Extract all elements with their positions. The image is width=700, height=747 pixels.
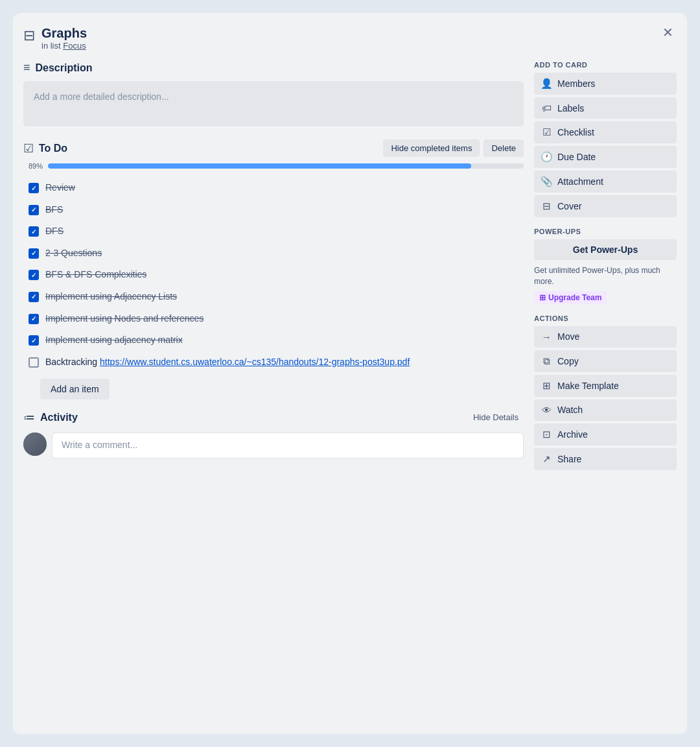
checklist-item: 2-3 Questions: [23, 243, 524, 264]
activity-icon: ≔: [23, 410, 35, 425]
due-date-button[interactable]: 🕐 Due Date: [534, 146, 677, 168]
checklist-item: BFS: [23, 200, 524, 220]
share-button[interactable]: ↗ Share: [534, 448, 677, 470]
cover-icon: ⊟: [541, 200, 552, 212]
progress-bar-bg: [48, 163, 524, 169]
cover-button[interactable]: ⊟ Cover: [534, 195, 677, 217]
attachment-button[interactable]: 📎 Attachment: [534, 171, 677, 193]
checkbox-6[interactable]: [29, 292, 39, 302]
get-power-ups-button[interactable]: Get Power-Ups: [534, 239, 677, 260]
checklist-item: Implement using adjacency matrix: [23, 330, 524, 351]
card-modal: ✕ ⊟ Graphs in list Focus ≡ Description A…: [13, 13, 687, 734]
card-icon: ⊟: [23, 27, 35, 44]
hide-details-button[interactable]: Hide Details: [468, 410, 524, 425]
due-date-icon: 🕐: [541, 151, 552, 163]
checkbox-5[interactable]: [29, 270, 39, 280]
hide-completed-button[interactable]: Hide completed items: [383, 139, 480, 157]
avatar: [23, 433, 47, 456]
checklist-title: To Do: [39, 143, 67, 154]
item-label-8: Implement using adjacency matrix: [45, 334, 183, 347]
description-box[interactable]: Add a more detailed description...: [23, 81, 524, 126]
members-button[interactable]: 👤 Members: [534, 73, 677, 95]
activity-header: ≔ Activity Hide Details: [23, 410, 524, 425]
progress-bar-container: 89%: [23, 162, 524, 170]
due-date-label: Due Date: [557, 152, 596, 162]
item-label-3: DFS: [45, 225, 64, 238]
checklist-button[interactable]: ☑ Checklist: [534, 121, 677, 143]
move-icon: →: [541, 331, 552, 342]
power-ups-desc: Get unlimited Power-Ups, plus much more.: [534, 265, 677, 287]
watch-label: Watch: [557, 405, 583, 415]
add-item-button[interactable]: Add an item: [40, 379, 110, 399]
description-header: ≡ Description: [23, 61, 524, 75]
members-label: Members: [557, 78, 595, 89]
upgrade-badge[interactable]: ⊞ Upgrade Team: [534, 291, 607, 304]
item-label-2: BFS: [45, 204, 63, 217]
labels-button[interactable]: 🏷 Labels: [534, 97, 677, 119]
power-ups-label: POWER-UPS: [534, 228, 677, 235]
checkbox-1[interactable]: [29, 183, 39, 193]
description-title: Description: [36, 62, 93, 74]
watch-button[interactable]: 👁 Watch: [534, 399, 677, 421]
archive-button[interactable]: ⊡ Archive: [534, 423, 677, 445]
backtracking-link[interactable]: https://www.student.cs.uwaterloo.ca/~cs1…: [100, 357, 410, 367]
attachment-label: Attachment: [557, 176, 603, 187]
checklist-btn-label: Checklist: [557, 127, 594, 137]
checkbox-9[interactable]: [29, 357, 39, 368]
checklist-item: Implement using Adjacency Lists: [23, 287, 524, 307]
checkbox-8[interactable]: [29, 335, 39, 346]
checklist-section: ☑ To Do Hide completed items Delete 89%: [23, 139, 524, 399]
checkbox-3[interactable]: [29, 226, 39, 237]
close-button[interactable]: ✕: [657, 22, 678, 43]
cover-label: Cover: [557, 201, 581, 211]
upgrade-icon: ⊞: [539, 293, 546, 302]
make-template-button[interactable]: ⊞ Make Template: [534, 375, 677, 397]
checklist-items: Review BFS DFS 2-3 Questions: [23, 178, 524, 372]
checklist-btn-icon: ☑: [541, 126, 552, 138]
delete-checklist-button[interactable]: Delete: [484, 139, 524, 157]
checklist-item: Implement using Nodes and references: [23, 309, 524, 329]
labels-icon: 🏷: [541, 102, 552, 113]
activity-section: ≔ Activity Hide Details Write a comment.…: [23, 410, 524, 458]
watch-icon: 👁: [541, 405, 552, 416]
checklist-item: Review: [23, 178, 524, 198]
checkbox-2[interactable]: [29, 205, 39, 215]
share-icon: ↗: [541, 453, 552, 465]
card-title: Graphs: [41, 26, 87, 41]
labels-label: Labels: [557, 103, 584, 113]
checkbox-7[interactable]: [29, 314, 39, 324]
copy-icon: ⧉: [541, 355, 552, 367]
copy-label: Copy: [557, 356, 579, 366]
item-label-9: Backtracking https://www.student.cs.uwat…: [45, 356, 410, 369]
avatar-image: [23, 433, 47, 456]
checklist-item: DFS: [23, 221, 524, 242]
modal-header: ⊟ Graphs in list Focus: [23, 26, 677, 51]
main-content: ≡ Description Add a more detailed descri…: [23, 61, 677, 721]
archive-icon: ⊡: [541, 429, 552, 440]
checklist-item: Backtracking https://www.student.cs.uwat…: [23, 352, 524, 373]
header-titles: Graphs in list Focus: [41, 26, 87, 51]
add-to-card-label: ADD TO CARD: [534, 61, 677, 69]
make-template-icon: ⊞: [541, 380, 552, 392]
copy-button[interactable]: ⧉ Copy: [534, 350, 677, 372]
item-label-7: Implement using Nodes and references: [45, 313, 204, 326]
checkbox-4[interactable]: [29, 248, 39, 259]
comment-input[interactable]: Write a comment...: [52, 433, 524, 458]
right-panel: ADD TO CARD 👤 Members 🏷 Labels ☑ Checkli…: [534, 61, 677, 721]
power-ups-section: POWER-UPS Get Power-Ups Get unlimited Po…: [534, 228, 677, 304]
upgrade-label: Upgrade Team: [548, 293, 601, 302]
description-placeholder: Add a more detailed description...: [34, 91, 169, 102]
move-button[interactable]: → Move: [534, 326, 677, 348]
checklist-header-left: ☑ To Do: [23, 141, 67, 156]
progress-percent: 89%: [23, 162, 43, 170]
make-template-label: Make Template: [557, 381, 619, 391]
move-label: Move: [557, 331, 579, 342]
add-to-card-section: ADD TO CARD 👤 Members 🏷 Labels ☑ Checkli…: [534, 61, 677, 217]
item-label-1: Review: [45, 182, 75, 195]
list-link[interactable]: Focus: [63, 41, 86, 51]
members-icon: 👤: [541, 78, 552, 89]
checklist-actions: Hide completed items Delete: [383, 139, 524, 157]
checklist-icon: ☑: [23, 141, 34, 156]
checklist-item: BFS & DFS Complexities: [23, 265, 524, 285]
activity-title: Activity: [40, 412, 78, 423]
